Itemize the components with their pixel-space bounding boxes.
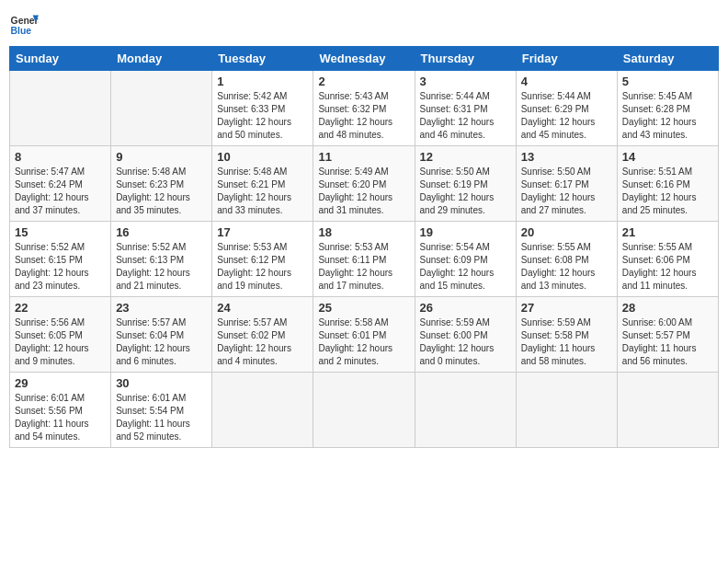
- day-number: 19: [420, 225, 511, 239]
- day-cell-22: 22 Sunrise: 5:56 AMSunset: 6:05 PMDaylig…: [10, 297, 111, 373]
- day-number: 18: [318, 225, 409, 239]
- day-cell-5: 5 Sunrise: 5:45 AMSunset: 6:28 PMDayligh…: [617, 71, 718, 146]
- day-number: 1: [217, 75, 308, 88]
- day-cell-10: 10 Sunrise: 5:48 AMSunset: 6:21 PMDaylig…: [212, 146, 313, 222]
- day-info: Sunrise: 5:50 AMSunset: 6:19 PMDaylight:…: [420, 166, 511, 217]
- logo-icon: General Blue: [9, 9, 39, 39]
- day-number: 16: [116, 225, 207, 239]
- empty-cell: [10, 71, 111, 146]
- calendar-week-2: 8 Sunrise: 5:47 AMSunset: 6:24 PMDayligh…: [10, 146, 719, 222]
- day-cell-25: 25 Sunrise: 5:58 AMSunset: 6:01 PMDaylig…: [313, 297, 415, 373]
- header-day-friday: Friday: [516, 47, 617, 71]
- day-info: Sunrise: 5:55 AMSunset: 6:06 PMDaylight:…: [622, 241, 713, 293]
- day-info: Sunrise: 6:01 AMSunset: 5:56 PMDaylight:…: [15, 392, 106, 443]
- calendar-week-3: 15 Sunrise: 5:52 AMSunset: 6:15 PMDaylig…: [10, 222, 719, 297]
- calendar-header-row: SundayMondayTuesdayWednesdayThursdayFrid…: [10, 47, 719, 71]
- day-cell-21: 21 Sunrise: 5:55 AMSunset: 6:06 PMDaylig…: [617, 222, 718, 297]
- day-info: Sunrise: 5:59 AMSunset: 5:58 PMDaylight:…: [521, 316, 612, 368]
- day-cell-30: 30 Sunrise: 6:01 AMSunset: 5:54 PMDaylig…: [111, 373, 212, 448]
- day-info: Sunrise: 5:54 AMSunset: 6:09 PMDaylight:…: [420, 241, 511, 293]
- day-number: 4: [521, 75, 612, 88]
- header-day-sunday: Sunday: [10, 47, 111, 71]
- day-number: 14: [622, 150, 713, 164]
- calendar-body: 1 Sunrise: 5:42 AMSunset: 6:33 PMDayligh…: [10, 71, 719, 448]
- day-info: Sunrise: 5:57 AMSunset: 6:04 PMDaylight:…: [116, 316, 207, 368]
- day-info: Sunrise: 5:50 AMSunset: 6:17 PMDaylight:…: [521, 166, 612, 217]
- day-info: Sunrise: 5:48 AMSunset: 6:23 PMDaylight:…: [116, 166, 207, 217]
- day-number: 5: [622, 75, 713, 88]
- day-cell-8: 8 Sunrise: 5:47 AMSunset: 6:24 PMDayligh…: [10, 146, 111, 222]
- day-number: 13: [521, 150, 612, 164]
- day-cell-23: 23 Sunrise: 5:57 AMSunset: 6:04 PMDaylig…: [111, 297, 212, 373]
- calendar-week-1: 1 Sunrise: 5:42 AMSunset: 6:33 PMDayligh…: [10, 71, 719, 146]
- day-number: 10: [217, 150, 308, 164]
- header-day-thursday: Thursday: [415, 47, 516, 71]
- day-number: 22: [15, 301, 106, 315]
- day-info: Sunrise: 5:55 AMSunset: 6:08 PMDaylight:…: [521, 241, 612, 293]
- day-cell-15: 15 Sunrise: 5:52 AMSunset: 6:15 PMDaylig…: [10, 222, 111, 297]
- day-number: 17: [217, 225, 308, 239]
- header-day-saturday: Saturday: [617, 47, 718, 71]
- day-cell-12: 12 Sunrise: 5:50 AMSunset: 6:19 PMDaylig…: [415, 146, 516, 222]
- header-day-tuesday: Tuesday: [212, 47, 313, 71]
- day-cell-17: 17 Sunrise: 5:53 AMSunset: 6:12 PMDaylig…: [212, 222, 313, 297]
- day-cell-1: 1 Sunrise: 5:42 AMSunset: 6:33 PMDayligh…: [212, 71, 313, 146]
- day-number: 24: [217, 301, 308, 315]
- day-number: 28: [622, 301, 713, 315]
- day-number: 29: [15, 376, 106, 390]
- logo: General Blue: [9, 9, 39, 39]
- day-cell-13: 13 Sunrise: 5:50 AMSunset: 6:17 PMDaylig…: [516, 146, 617, 222]
- day-info: Sunrise: 5:59 AMSunset: 6:00 PMDaylight:…: [420, 316, 511, 368]
- day-number: 21: [622, 225, 713, 239]
- day-cell-2: 2 Sunrise: 5:43 AMSunset: 6:32 PMDayligh…: [313, 71, 415, 146]
- empty-cell: [617, 373, 718, 448]
- day-info: Sunrise: 5:52 AMSunset: 6:15 PMDaylight:…: [15, 241, 106, 293]
- day-cell-24: 24 Sunrise: 5:57 AMSunset: 6:02 PMDaylig…: [212, 297, 313, 373]
- day-number: 3: [420, 75, 511, 88]
- day-info: Sunrise: 5:47 AMSunset: 6:24 PMDaylight:…: [15, 166, 106, 217]
- day-info: Sunrise: 5:53 AMSunset: 6:11 PMDaylight:…: [318, 241, 409, 293]
- day-cell-20: 20 Sunrise: 5:55 AMSunset: 6:08 PMDaylig…: [516, 222, 617, 297]
- day-cell-28: 28 Sunrise: 6:00 AMSunset: 5:57 PMDaylig…: [617, 297, 718, 373]
- day-info: Sunrise: 5:51 AMSunset: 6:16 PMDaylight:…: [622, 166, 713, 217]
- day-info: Sunrise: 5:53 AMSunset: 6:12 PMDaylight:…: [217, 241, 308, 293]
- empty-cell: [516, 373, 617, 448]
- day-info: Sunrise: 5:49 AMSunset: 6:20 PMDaylight:…: [318, 166, 409, 217]
- empty-cell: [415, 373, 516, 448]
- page-header: General Blue: [9, 9, 719, 39]
- day-info: Sunrise: 5:42 AMSunset: 6:33 PMDaylight:…: [217, 90, 308, 142]
- day-cell-14: 14 Sunrise: 5:51 AMSunset: 6:16 PMDaylig…: [617, 146, 718, 222]
- day-number: 25: [318, 301, 409, 315]
- svg-text:Blue: Blue: [11, 26, 32, 36]
- day-number: 20: [521, 225, 612, 239]
- empty-cell: [313, 373, 415, 448]
- day-info: Sunrise: 5:44 AMSunset: 6:29 PMDaylight:…: [521, 90, 612, 142]
- day-info: Sunrise: 5:52 AMSunset: 6:13 PMDaylight:…: [116, 241, 207, 293]
- day-cell-27: 27 Sunrise: 5:59 AMSunset: 5:58 PMDaylig…: [516, 297, 617, 373]
- day-cell-3: 3 Sunrise: 5:44 AMSunset: 6:31 PMDayligh…: [415, 71, 516, 146]
- day-cell-19: 19 Sunrise: 5:54 AMSunset: 6:09 PMDaylig…: [415, 222, 516, 297]
- empty-cell: [212, 373, 313, 448]
- day-number: 9: [116, 150, 207, 164]
- day-number: 26: [420, 301, 511, 315]
- empty-cell: [111, 71, 212, 146]
- day-info: Sunrise: 5:58 AMSunset: 6:01 PMDaylight:…: [318, 316, 409, 368]
- day-number: 8: [15, 150, 106, 164]
- day-number: 2: [318, 75, 409, 88]
- day-number: 11: [318, 150, 409, 164]
- day-cell-4: 4 Sunrise: 5:44 AMSunset: 6:29 PMDayligh…: [516, 71, 617, 146]
- day-number: 23: [116, 301, 207, 315]
- day-cell-29: 29 Sunrise: 6:01 AMSunset: 5:56 PMDaylig…: [10, 373, 111, 448]
- day-number: 27: [521, 301, 612, 315]
- day-info: Sunrise: 6:00 AMSunset: 5:57 PMDaylight:…: [622, 316, 713, 368]
- day-cell-18: 18 Sunrise: 5:53 AMSunset: 6:11 PMDaylig…: [313, 222, 415, 297]
- header-day-wednesday: Wednesday: [313, 47, 415, 71]
- day-number: 30: [116, 376, 207, 390]
- day-info: Sunrise: 5:43 AMSunset: 6:32 PMDaylight:…: [318, 90, 409, 142]
- day-info: Sunrise: 6:01 AMSunset: 5:54 PMDaylight:…: [116, 392, 207, 443]
- day-info: Sunrise: 5:45 AMSunset: 6:28 PMDaylight:…: [622, 90, 713, 142]
- calendar-week-5: 29 Sunrise: 6:01 AMSunset: 5:56 PMDaylig…: [10, 373, 719, 448]
- day-info: Sunrise: 5:44 AMSunset: 6:31 PMDaylight:…: [420, 90, 511, 142]
- day-cell-26: 26 Sunrise: 5:59 AMSunset: 6:00 PMDaylig…: [415, 297, 516, 373]
- calendar-week-4: 22 Sunrise: 5:56 AMSunset: 6:05 PMDaylig…: [10, 297, 719, 373]
